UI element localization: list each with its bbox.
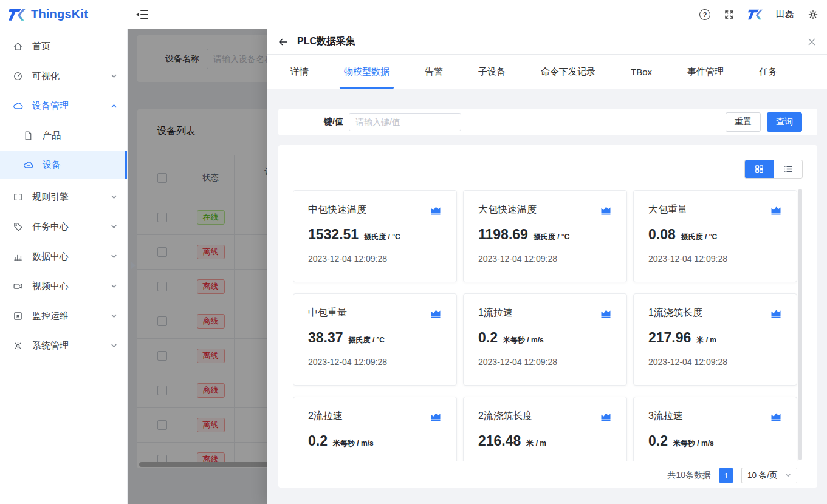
kv-filter-card: 键/值 重置 查询 bbox=[278, 109, 817, 135]
sidebar-item-data-chart[interactable]: 数据中心 bbox=[0, 244, 127, 268]
brand-logo[interactable]: ThingsKit bbox=[0, 0, 128, 29]
history-chart-icon[interactable] bbox=[770, 204, 782, 216]
tab-item[interactable]: 物模型数据 bbox=[344, 55, 389, 89]
fullscreen-icon[interactable] bbox=[724, 9, 735, 20]
chevron-down-icon bbox=[111, 342, 117, 349]
thingskit-logo-icon bbox=[9, 6, 26, 23]
video-camera-icon bbox=[13, 281, 23, 291]
kv-input[interactable] bbox=[349, 113, 461, 131]
sidebar-item-label: 产品 bbox=[43, 130, 61, 141]
sidebar-item-label: 任务中心 bbox=[32, 221, 69, 233]
sidebar-item-system-gear[interactable]: 系统管理 bbox=[0, 333, 127, 358]
help-icon[interactable]: ? bbox=[699, 9, 710, 20]
chevron-down-icon bbox=[111, 253, 117, 260]
property-name: 3流拉速 bbox=[648, 410, 683, 423]
sidebar-item-label: 设备 bbox=[43, 159, 61, 171]
tab-label: 详情 bbox=[290, 66, 309, 78]
tab-item[interactable]: 告警 bbox=[425, 55, 443, 89]
brand-text: ThingsKit bbox=[31, 7, 88, 21]
gear-icon[interactable] bbox=[808, 9, 818, 20]
reset-button[interactable]: 重置 bbox=[726, 112, 761, 132]
chevron-down-icon bbox=[785, 472, 791, 478]
home-icon bbox=[13, 41, 23, 52]
kv-label: 键/值 bbox=[324, 117, 343, 128]
drawer-body: 键/值 重置 查询 bbox=[267, 89, 827, 504]
property-timestamp: 2023-12-04 12:09:28 bbox=[478, 357, 612, 367]
property-unit: 米 / m bbox=[526, 438, 546, 449]
chevron-down-icon bbox=[111, 73, 117, 80]
sidebar-item-rule-engine[interactable]: 规则引擎 bbox=[0, 185, 127, 209]
property-unit: 摄氏度 / °C bbox=[681, 232, 717, 242]
history-chart-icon[interactable] bbox=[600, 204, 612, 216]
drawer-tabs: 详情 物模型数据 告警 子设备 命令下发记录 TBox 事件管理 任务 bbox=[267, 55, 827, 89]
user-avatar[interactable] bbox=[748, 7, 763, 22]
back-arrow-icon[interactable] bbox=[278, 36, 289, 47]
property-value: 1532.51 bbox=[308, 226, 359, 243]
property-name: 1流拉速 bbox=[478, 307, 513, 319]
pagination: 共10条数据 1 10 条/页 bbox=[667, 467, 797, 484]
history-chart-icon[interactable] bbox=[770, 307, 782, 319]
device-property-card: 1流浇筑长度 217.96 米 / m bbox=[633, 293, 797, 386]
chevron-down-icon bbox=[111, 283, 117, 290]
grid-view-icon[interactable] bbox=[745, 160, 774, 178]
property-name: 大包快速温度 bbox=[478, 203, 537, 216]
query-button[interactable]: 查询 bbox=[767, 112, 802, 132]
device-detail-drawer: PLC数据采集 详情 物模型数据 告警 子设备 命令下发记录 TBox 事件管理… bbox=[267, 29, 827, 504]
sidebar-item-task-tag[interactable]: 任务中心 bbox=[0, 214, 127, 239]
menu-fold-icon[interactable] bbox=[135, 7, 149, 22]
device-property-card: 大包快速温度 1198.69 摄氏度 / °C bbox=[463, 190, 627, 282]
tab-item[interactable]: 详情 bbox=[290, 55, 309, 89]
property-name: 大包重量 bbox=[648, 203, 687, 216]
tab-item[interactable]: 命令下发记录 bbox=[541, 55, 595, 89]
history-chart-icon[interactable] bbox=[430, 204, 442, 216]
property-unit: 摄氏度 / °C bbox=[364, 232, 400, 242]
view-toggle-group bbox=[744, 160, 803, 179]
chevron-down-icon bbox=[111, 313, 117, 319]
filter-buttons: 重置 查询 bbox=[726, 112, 802, 132]
sidebar-item-label: 设备管理 bbox=[32, 100, 69, 112]
tab-item[interactable]: 任务 bbox=[759, 55, 777, 89]
sidebar-item-label: 首页 bbox=[32, 41, 50, 52]
history-chart-icon[interactable] bbox=[770, 410, 782, 423]
property-value: 217.96 bbox=[648, 330, 691, 346]
property-name: 中包快速温度 bbox=[308, 203, 366, 216]
sidebar-item-label: 视频中心 bbox=[32, 281, 69, 292]
vertical-scrollbar[interactable] bbox=[798, 189, 802, 460]
property-name: 1流浇筑长度 bbox=[648, 307, 702, 319]
device-property-card: 3流拉速 0.2 米每秒 / m/s bbox=[633, 397, 797, 461]
sidebar-item-product-file[interactable]: 产品 bbox=[0, 123, 127, 148]
property-timestamp: 2023-12-04 12:09:28 bbox=[308, 254, 442, 264]
history-chart-icon[interactable] bbox=[430, 410, 442, 423]
property-value: 0.2 bbox=[478, 330, 498, 346]
history-chart-icon[interactable] bbox=[430, 307, 442, 319]
device-property-card: 2流拉速 0.2 米每秒 / m/s bbox=[293, 397, 457, 461]
sidebar-item-label: 规则引擎 bbox=[32, 191, 69, 203]
list-view-icon[interactable] bbox=[774, 160, 802, 178]
tab-item[interactable]: 事件管理 bbox=[687, 55, 724, 89]
close-icon[interactable] bbox=[807, 37, 817, 47]
property-unit: 米每秒 / m/s bbox=[333, 438, 374, 449]
history-chart-icon[interactable] bbox=[600, 307, 612, 319]
sidebar-item-home[interactable]: 首页 bbox=[0, 34, 127, 58]
device-property-card: 1流拉速 0.2 米每秒 / m/s bbox=[463, 293, 627, 386]
page-number-button[interactable]: 1 bbox=[719, 468, 733, 483]
sidebar-item-monitor-ops[interactable]: 监控运维 bbox=[0, 304, 127, 328]
sidebar-item-device-cloud2[interactable]: 设备 bbox=[0, 151, 127, 179]
sidebar-item-video-camera[interactable]: 视频中心 bbox=[0, 274, 127, 298]
property-value: 0.08 bbox=[648, 226, 676, 243]
product-file-icon bbox=[23, 131, 33, 141]
tab-label: TBox bbox=[631, 67, 652, 77]
username[interactable]: 田磊 bbox=[776, 9, 794, 20]
sidebar-expand-handle[interactable] bbox=[131, 261, 136, 270]
property-unit: 米 / m bbox=[696, 335, 716, 346]
device-cloud-icon bbox=[13, 101, 23, 111]
device-property-card: 中包快速温度 1532.51 摄氏度 / °C bbox=[293, 190, 457, 282]
sidebar-item-label: 数据中心 bbox=[32, 251, 69, 262]
page-size-select[interactable]: 10 条/页 bbox=[741, 468, 797, 483]
sidebar-item-device-cloud[interactable]: 设备管理 bbox=[0, 94, 127, 118]
tab-item[interactable]: TBox bbox=[631, 55, 652, 89]
tab-label: 子设备 bbox=[478, 66, 506, 78]
tab-item[interactable]: 子设备 bbox=[478, 55, 506, 89]
history-chart-icon[interactable] bbox=[600, 410, 612, 423]
sidebar-item-dashboard[interactable]: 可视化 bbox=[0, 64, 127, 88]
